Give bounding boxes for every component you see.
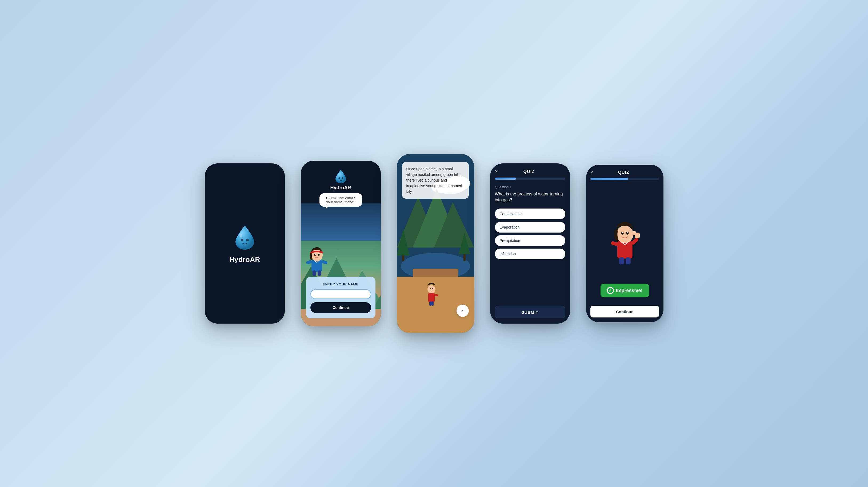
name-form: ENTER YOUR NAME Continue	[306, 277, 375, 318]
question-number: Question 1	[495, 185, 565, 189]
impressive-label: Impressive!	[616, 288, 642, 293]
answer-option-3[interactable]: Precipitation	[495, 235, 565, 246]
result-continue-button[interactable]: Continue	[590, 306, 659, 317]
check-circle-icon: ✓	[607, 287, 614, 294]
svg-rect-29	[413, 269, 458, 277]
svg-point-46	[627, 232, 628, 233]
screen-splash: HydroAR	[205, 163, 285, 324]
svg-point-37	[432, 288, 433, 289]
splash-app-title: HydroAR	[229, 256, 260, 264]
svg-rect-39	[429, 302, 431, 306]
next-button[interactable]: ›	[457, 305, 469, 317]
svg-rect-47	[611, 241, 619, 246]
quiz-progress-fill	[495, 177, 516, 180]
water-drop-small	[334, 169, 347, 183]
svg-point-1	[246, 239, 249, 241]
svg-point-44	[626, 232, 628, 234]
svg-rect-50	[633, 231, 636, 235]
result-title: QUIZ	[618, 170, 629, 175]
question-text: What is the process of water turning int…	[495, 191, 565, 203]
enter-name-label: ENTER YOUR NAME	[310, 282, 371, 286]
name-top-section: HydroAR Hi, I'm Lily!! What's your name,…	[301, 161, 381, 209]
lily-character-area	[304, 242, 336, 278]
story-text-bubble: Once upon a time, in a small village nes…	[402, 162, 469, 199]
answer-option-4[interactable]: Infiltration	[495, 249, 565, 259]
quiz-close-button[interactable]: ×	[495, 169, 498, 174]
lily-result-svg	[605, 216, 645, 266]
answer-option-1[interactable]: Condensation	[495, 208, 565, 219]
chat-bubble: Hi, I'm Lily!! What's your name, friend?	[319, 193, 362, 207]
screen-name-entry: HydroAR Hi, I'm Lily!! What's your name,…	[301, 161, 381, 326]
result-close-button[interactable]: ×	[590, 170, 593, 175]
svg-rect-51	[619, 257, 624, 264]
svg-point-13	[318, 254, 320, 256]
svg-rect-38	[435, 294, 438, 296]
result-header: × QUIZ	[590, 170, 659, 175]
story-text: Once upon a time, in a small village nes…	[406, 167, 462, 194]
quiz-title: QUIZ	[524, 169, 535, 174]
svg-point-8	[338, 177, 340, 179]
svg-point-35	[428, 285, 435, 293]
quiz-progress-bar	[495, 177, 565, 180]
lily-character-svg	[304, 242, 330, 277]
quiz-header: × QUIZ	[495, 169, 565, 174]
water-drop-logo-large	[233, 224, 257, 250]
submit-button[interactable]: SUBMIT	[495, 306, 565, 318]
svg-rect-17	[321, 260, 328, 265]
svg-rect-52	[625, 257, 630, 264]
svg-point-12	[314, 254, 316, 256]
continue-button[interactable]: Continue	[310, 302, 371, 313]
screen-story: Once upon a time, in a small village nes…	[397, 154, 474, 333]
svg-point-15	[319, 254, 319, 255]
svg-point-42	[616, 226, 633, 243]
submit-btn-area: SUBMIT	[495, 306, 565, 318]
name-input-field[interactable]	[310, 289, 371, 299]
svg-point-43	[621, 232, 623, 234]
svg-rect-19	[318, 270, 321, 276]
svg-point-36	[430, 288, 431, 289]
result-character-area: ✓ Impressive!	[590, 184, 659, 303]
svg-rect-34	[428, 293, 435, 302]
lily-story-svg	[424, 280, 439, 306]
svg-rect-40	[431, 302, 434, 306]
svg-rect-18	[313, 270, 316, 276]
svg-point-14	[315, 254, 316, 255]
name-screen-app-title: HydroAR	[330, 185, 351, 191]
svg-point-45	[622, 232, 623, 233]
svg-point-0	[241, 239, 244, 241]
screen-result: × QUIZ	[586, 165, 663, 322]
impressive-badge: ✓ Impressive!	[600, 284, 649, 297]
screen-quiz: × QUIZ Question 1 What is the process of…	[490, 163, 570, 324]
result-progress-bar	[590, 178, 659, 180]
svg-rect-41	[617, 241, 632, 259]
svg-point-9	[342, 177, 343, 179]
screens-container: HydroAR	[194, 143, 674, 344]
svg-rect-10	[311, 260, 322, 272]
answer-options: Condensation Evaporation Precipitation I…	[495, 208, 565, 300]
answer-option-2[interactable]: Evaporation	[495, 222, 565, 233]
svg-rect-16	[306, 260, 312, 265]
result-progress-fill	[590, 178, 628, 180]
